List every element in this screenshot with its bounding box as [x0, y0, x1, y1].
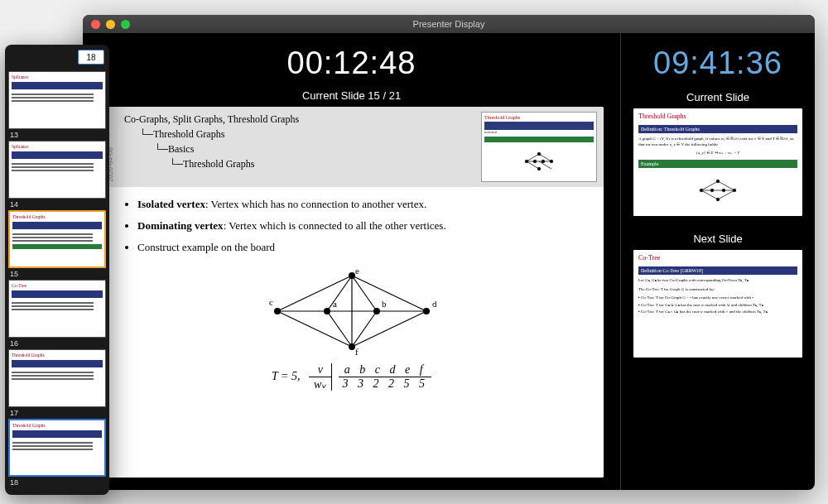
svg-line-17 — [352, 276, 426, 311]
svg-point-5 — [525, 160, 528, 163]
svg-line-38 — [718, 190, 734, 199]
elapsed-timer: 00:12:48 — [99, 46, 604, 81]
minimize-icon[interactable] — [106, 20, 115, 29]
current-slide-counter: Current Slide 15 / 21 — [99, 89, 604, 102]
svg-point-6 — [537, 152, 541, 156]
thumb-18[interactable]: Threshold Graphs18 — [8, 419, 106, 485]
svg-text:c: c — [269, 297, 273, 307]
breadcrumb: Co-Graphs, Split Graphs, Threshold Graph… — [121, 112, 474, 182]
fullscreen-icon[interactable] — [121, 20, 130, 29]
thumb-17[interactable]: Threshold Graphs17 — [8, 349, 106, 415]
svg-point-41 — [716, 180, 720, 183]
svg-line-2 — [527, 161, 539, 169]
thumb-14[interactable]: Splitance14 — [8, 141, 106, 207]
thumbnail-navigator: Splitance13Splitance14Threshold Graphs15… — [5, 45, 109, 495]
svg-point-7 — [550, 160, 553, 163]
svg-line-3 — [539, 161, 551, 169]
svg-text:a: a — [333, 299, 337, 309]
next-slide-label: Next Slide — [633, 233, 802, 245]
svg-text:b: b — [382, 299, 387, 309]
svg-text:e: e — [355, 266, 359, 276]
svg-line-36 — [718, 181, 734, 190]
svg-line-19 — [327, 311, 352, 347]
svg-text:f: f — [355, 347, 359, 357]
current-slide-main: 2020-04-08 Co-Graphs, Split Graphs, Thre… — [99, 107, 604, 478]
svg-point-26 — [423, 308, 430, 314]
svg-point-43 — [716, 198, 720, 201]
svg-point-28 — [349, 343, 355, 350]
svg-point-40 — [700, 189, 703, 192]
svg-point-27 — [349, 272, 355, 279]
current-slide-label-small: Current Slide — [633, 91, 802, 103]
svg-line-18 — [277, 311, 352, 347]
thumb-15[interactable]: Threshold Graphs15 — [8, 210, 106, 276]
titlebar: Presenter Display — [83, 15, 815, 33]
svg-point-24 — [324, 308, 330, 314]
svg-point-42 — [733, 189, 736, 192]
current-slide-small: Threshold Graphs Definition: Threshold G… — [633, 108, 802, 216]
svg-line-1 — [539, 154, 551, 161]
svg-line-15 — [327, 276, 352, 311]
svg-line-20 — [352, 311, 377, 347]
mini-graph-icon — [518, 151, 560, 172]
wall-clock: 09:41:36 — [633, 46, 802, 81]
svg-point-8 — [537, 167, 541, 170]
graph-diagram-icon: c a b d e f — [244, 266, 460, 357]
thumb-13[interactable]: Splitance13 — [8, 71, 106, 137]
svg-point-10 — [542, 160, 545, 163]
svg-line-21 — [352, 311, 426, 347]
small-graph-icon — [693, 178, 743, 203]
presenter-window: Presenter Display 00:12:48 Current Slide… — [83, 15, 815, 490]
svg-line-0 — [527, 154, 539, 161]
page-number-input[interactable] — [78, 50, 104, 65]
close-icon[interactable] — [91, 20, 100, 29]
svg-point-9 — [533, 160, 537, 163]
thumb-16[interactable]: Co-Tree16 — [8, 280, 106, 346]
svg-point-25 — [373, 308, 380, 314]
threshold-table: T = 5, v wᵥ a b c d e f 3 3 2 2 5 5 — [119, 363, 584, 391]
svg-line-35 — [701, 181, 718, 190]
svg-line-16 — [352, 276, 377, 311]
svg-text:d: d — [432, 299, 437, 309]
svg-line-14 — [277, 276, 352, 311]
svg-point-44 — [710, 189, 714, 192]
window-title: Presenter Display — [413, 19, 485, 29]
svg-point-45 — [722, 189, 725, 192]
svg-line-37 — [701, 190, 718, 199]
svg-point-23 — [274, 308, 281, 314]
breadcrumb-mini-slide: Threshold Graphs text text text — [481, 112, 597, 182]
next-slide-small: Co-Tree Definition Co-Tree [GRRW18] Let … — [633, 250, 802, 358]
